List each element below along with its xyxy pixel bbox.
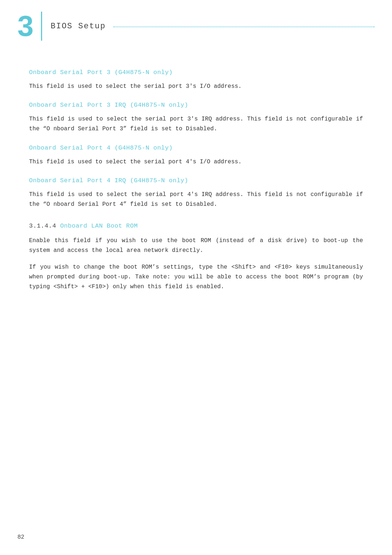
header-right: BIOS Setup (51, 22, 375, 31)
page-header: 3 BIOS Setup (0, 0, 392, 48)
subsection-title: Onboard LAN Boot ROM (60, 223, 138, 229)
body-text-serial-port-3: This field is used to select the serial … (29, 82, 363, 91)
lan-boot-rom-para-2: If you wish to change the boot ROM’s set… (29, 262, 363, 292)
content-area: Onboard Serial Port 3 (G4H875-N only) Th… (0, 48, 392, 320)
section-heading-serial-port-3: Onboard Serial Port 3 (G4H875-N only) (29, 69, 363, 76)
bios-setup-label: BIOS Setup (51, 22, 106, 31)
subsection-number: 3.1.4.4 (29, 223, 56, 229)
page-title: BIOS Setup (51, 22, 375, 31)
page-container: 3 BIOS Setup Onboard Serial Port 3 (G4H8… (0, 0, 392, 555)
body-text-serial-port-4: This field is used to select the serial … (29, 157, 363, 167)
section-heading-serial-port-3-irq: Onboard Serial Port 3 IRQ (G4H875-N only… (29, 102, 363, 109)
body-text-serial-port-3-irq: This field is used to select the serial … (29, 114, 363, 134)
header-dots (113, 26, 375, 27)
subsection-heading-lan-boot-rom: 3.1.4.4 Onboard LAN Boot ROM (29, 223, 363, 229)
lan-boot-rom-para-1: Enable this field if you wish to use the… (29, 236, 363, 256)
section-heading-serial-port-4: Onboard Serial Port 4 (G4H875-N only) (29, 144, 363, 151)
section-heading-serial-port-4-irq: Onboard Serial Port 4 IRQ (G4H875-N only… (29, 177, 363, 184)
body-text-serial-port-4-irq: This field is used to select the serial … (29, 190, 363, 209)
chapter-number: 3 (17, 12, 42, 41)
page-number: 82 (17, 534, 24, 540)
